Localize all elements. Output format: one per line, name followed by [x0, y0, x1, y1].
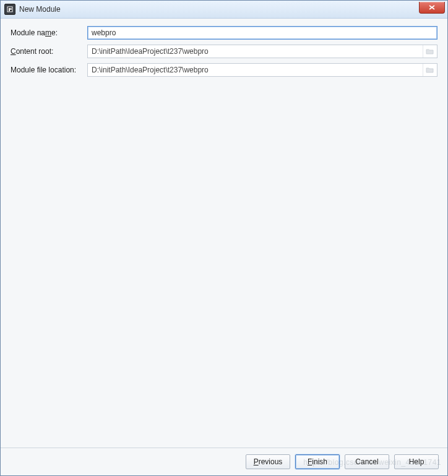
window-controls: [419, 2, 445, 14]
content-root-input[interactable]: [88, 45, 423, 58]
label-module-file-location: Module file location:: [11, 66, 87, 74]
svg-rect-2: [11, 8, 12, 10]
cancel-button[interactable]: Cancel: [345, 454, 389, 469]
folder-icon: [426, 48, 434, 55]
row-module-name: Module name:: [11, 26, 437, 40]
help-button[interactable]: Help: [394, 454, 439, 469]
label-module-name: Module name:: [11, 28, 87, 37]
finish-button[interactable]: Finish: [295, 454, 340, 469]
dialog-footer: Previous Finish Cancel Help: [1, 448, 447, 475]
title-bar: New Module: [1, 1, 447, 19]
module-file-location-input[interactable]: [88, 64, 423, 76]
dialog-content: Module name: Content root:: [1, 19, 447, 448]
window-title: New Module: [19, 5, 61, 14]
dialog-window: New Module Module name: Content root:: [0, 0, 448, 476]
module-file-location-field: [87, 63, 437, 77]
row-module-file-location: Module file location:: [11, 63, 437, 77]
content-root-browse-button[interactable]: [423, 45, 437, 58]
row-content-root: Content root:: [11, 45, 437, 58]
svg-rect-1: [9, 8, 10, 11]
close-button[interactable]: [419, 2, 445, 14]
module-file-location-browse-button[interactable]: [423, 64, 437, 76]
previous-button[interactable]: Previous: [246, 454, 290, 469]
folder-icon: [426, 66, 434, 74]
label-content-root: Content root:: [11, 47, 87, 56]
module-name-input[interactable]: [87, 26, 437, 40]
content-spacer: [11, 82, 437, 448]
content-root-field: [87, 45, 437, 58]
app-icon: [4, 4, 15, 15]
